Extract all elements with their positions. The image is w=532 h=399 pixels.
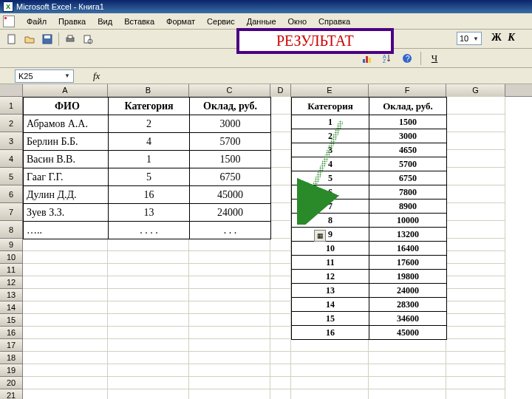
table-row[interactable]: 34650 [292, 143, 447, 157]
table-row[interactable]: Абрамов А.А.23000 [24, 115, 271, 133]
col-header[interactable]: A [23, 84, 108, 97]
row-header[interactable]: 5 [0, 168, 23, 185]
menu-view[interactable]: Вид [92, 15, 118, 28]
category-salary-table: Категория Оклад, руб. 115002300034650457… [291, 97, 447, 340]
fx-label[interactable]: fx [93, 70, 100, 82]
table-row[interactable]: …... . . .. . . [24, 222, 271, 239]
table-row[interactable]: 1534600 [292, 312, 447, 326]
row-header[interactable]: 7 [0, 203, 23, 221]
table-row[interactable]: Дулин Д.Д.1645000 [24, 186, 271, 204]
menu-format[interactable]: Формат [160, 15, 201, 28]
formula-bar: K25 ▼ fx [0, 68, 532, 84]
table-row[interactable]: Зуев З.З.1324000 [24, 204, 271, 222]
result-badge: РЕЗУЛЬТАТ [236, 28, 394, 54]
row-header[interactable]: 3 [0, 132, 23, 150]
employee-table: ФИО Категория Оклад, руб. Абрамов А.А.23… [23, 97, 271, 239]
standard-toolbar: РЕЗУЛЬТАТ 10▼ Ж К [0, 30, 532, 49]
row-header[interactable]: 18 [0, 352, 23, 364]
bold-button[interactable]: Ж [489, 32, 504, 44]
table-row[interactable]: 67800 [292, 185, 447, 200]
row-header[interactable]: 21 [0, 389, 23, 399]
row-header[interactable]: 12 [0, 276, 23, 289]
t1-header-salary[interactable]: Оклад, руб. [190, 98, 271, 115]
titlebar-sep: - [72, 2, 79, 11]
svg-rect-4 [68, 35, 72, 38]
row-header[interactable]: 16 [0, 327, 23, 339]
row-header[interactable]: 1 [0, 97, 23, 115]
save-icon[interactable] [39, 31, 55, 47]
col-header[interactable]: C [189, 84, 270, 97]
window-titlebar: X Microsoft Excel - Книга1 [0, 0, 532, 13]
menu-insert[interactable]: Вставка [118, 15, 160, 28]
table-row[interactable]: 1117600 [292, 256, 447, 270]
row-header[interactable]: 4 [0, 150, 23, 168]
menu-data[interactable]: Данные [241, 15, 282, 28]
new-icon[interactable] [4, 31, 20, 47]
autofill-options-icon[interactable] [314, 230, 326, 242]
menu-file[interactable]: Файл [21, 15, 52, 28]
table-row[interactable]: 56750 [292, 171, 447, 185]
row-header[interactable]: 13 [0, 289, 23, 301]
help-icon[interactable]: ? [399, 50, 415, 66]
svg-text:Z: Z [383, 58, 386, 64]
t2-header-category[interactable]: Категория [292, 98, 369, 115]
table-row[interactable]: 11500 [292, 115, 447, 129]
svg-rect-0 [8, 35, 15, 44]
row-headers: 123456789101112131415161718192021 [0, 97, 23, 399]
row-header[interactable]: 6 [0, 185, 23, 203]
open-icon[interactable] [21, 31, 38, 47]
table-row[interactable]: 810000 [292, 214, 447, 228]
svg-rect-8 [366, 56, 368, 63]
row-header[interactable]: 8 [0, 221, 23, 239]
row-header[interactable]: 10 [0, 251, 23, 264]
underline-icon[interactable]: Ч [426, 50, 443, 66]
row-header[interactable]: 14 [0, 301, 23, 314]
col-header[interactable]: G [446, 84, 505, 97]
table-row[interactable]: 1219800 [292, 270, 447, 284]
table-row[interactable]: 45700 [292, 157, 447, 171]
column-headers: A B C D E F G [0, 84, 532, 97]
titlebar-app: Microsoft Excel [16, 2, 72, 11]
row-header[interactable]: 20 [0, 377, 23, 389]
row-header[interactable]: 2 [0, 115, 23, 132]
table-row[interactable]: 23000 [292, 129, 447, 143]
row-header[interactable]: 17 [0, 339, 23, 352]
table-row[interactable]: Гааг Г.Г.56750 [24, 168, 271, 186]
table-row[interactable]: Берлин Б.Б.45700 [24, 133, 271, 151]
col-header[interactable]: F [369, 84, 446, 97]
row-header[interactable]: 9 [0, 239, 23, 251]
menu-tools[interactable]: Сервис [201, 15, 241, 28]
table-row[interactable]: 1016400 [292, 242, 447, 256]
row-header[interactable]: 11 [0, 264, 23, 276]
row-header[interactable]: 19 [0, 364, 23, 377]
separator [420, 52, 421, 65]
row-header[interactable]: 15 [0, 314, 23, 327]
t1-header-category[interactable]: Категория [109, 98, 190, 115]
spreadsheet-grid[interactable]: A B C D E F G 12345678910111213141516171… [0, 84, 532, 399]
print-icon[interactable] [62, 31, 78, 47]
menu-help[interactable]: Справка [313, 15, 356, 28]
workbook-icon[interactable] [3, 16, 15, 27]
name-box[interactable]: K25 ▼ [15, 69, 74, 83]
chevron-down-icon: ▼ [473, 35, 479, 42]
menu-edit[interactable]: Правка [52, 15, 92, 28]
table-row[interactable]: 1324000 [292, 284, 447, 298]
col-header[interactable]: D [270, 84, 291, 97]
font-size-selector[interactable]: 10▼ [457, 32, 482, 45]
preview-icon[interactable] [80, 31, 96, 47]
excel-app-icon: X [3, 1, 13, 12]
table-row[interactable]: 1645000 [292, 326, 447, 340]
menubar: Файл Правка Вид Вставка Формат Сервис Да… [0, 13, 532, 30]
table-row[interactable]: Васин В.В.11500 [24, 151, 271, 168]
t2-header-salary[interactable]: Оклад, руб. [369, 98, 447, 115]
table-row[interactable]: 1428300 [292, 298, 447, 312]
select-all-corner[interactable] [0, 84, 23, 96]
col-header[interactable]: B [108, 84, 189, 97]
separator [58, 33, 59, 46]
table-row[interactable]: 78900 [292, 200, 447, 214]
menu-window[interactable]: Окно [282, 15, 313, 28]
italic-button[interactable]: К [504, 32, 519, 44]
t1-header-fio[interactable]: ФИО [24, 98, 109, 115]
col-header[interactable]: E [291, 84, 369, 97]
svg-rect-9 [369, 58, 371, 63]
